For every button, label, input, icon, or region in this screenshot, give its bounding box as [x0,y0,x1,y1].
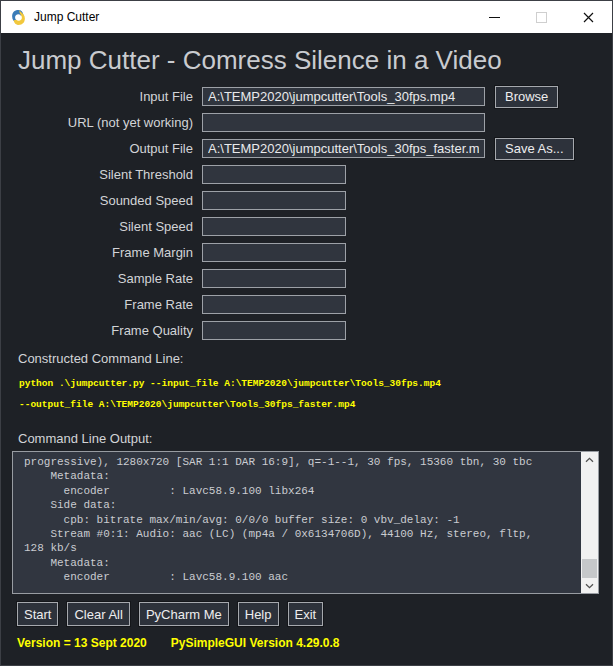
maximize-button[interactable] [518,1,565,33]
close-icon [583,12,594,23]
field-row-silent-threshold: Silent Threshold [1,165,612,184]
sounded-speed-field[interactable] [202,191,346,210]
action-buttons: Start Clear All PyCharm Me Help Exit [17,602,612,626]
output-scrollbar[interactable] [581,452,598,593]
field-label: Frame Quality [18,323,193,338]
scroll-up-button[interactable] [581,452,598,467]
window-title: Jump Cutter [34,10,99,24]
frame-quality-field[interactable] [202,321,346,340]
maximize-icon [536,12,547,23]
scroll-down-button[interactable] [581,578,598,593]
clear-all-button[interactable]: Clear All [67,602,129,626]
command-output-text[interactable]: progressive), 1280x720 [SAR 1:1 DAR 16:9… [13,452,581,593]
field-row-sample-rate: Sample Rate [1,269,612,288]
frame-margin-field[interactable] [202,243,346,262]
browse-button[interactable]: Browse [495,86,558,108]
chevron-down-icon [585,583,594,589]
window-controls [471,1,612,33]
frame-rate-field[interactable] [202,295,346,314]
field-row-silent-speed: Silent Speed [1,217,612,236]
save-as-button[interactable]: Save As... [495,138,574,160]
field-row-frame-rate: Frame Rate [1,295,612,314]
pycharm-me-button[interactable]: PyCharm Me [139,602,229,626]
form: Input File Browse URL (not yet working) … [1,87,612,340]
version-text: Version = 13 Sept 2020 [17,636,147,650]
field-label: Silent Speed [18,219,193,234]
sample-rate-field[interactable] [202,269,346,288]
scroll-thumb[interactable] [582,559,597,578]
help-button[interactable]: Help [238,602,279,626]
minimize-icon [489,17,500,18]
psg-version-text: PySimpleGUI Version 4.29.0.8 [171,636,340,650]
silent-speed-field[interactable] [202,217,346,236]
constructed-command-text: python .\jumpcutter.py --input_file A:\T… [19,373,612,415]
start-button[interactable]: Start [17,602,58,626]
app-window: Jump Cutter Jump Cutter - Comress Silenc… [0,0,613,666]
minimize-button[interactable] [471,1,518,33]
exit-button[interactable]: Exit [288,602,324,626]
field-label: Silent Threshold [18,167,193,182]
field-label: Sample Rate [18,271,193,286]
field-label: Frame Margin [18,245,193,260]
field-row-output-file: Output File Save As... [1,139,612,158]
silent-threshold-field[interactable] [202,165,346,184]
command-output-box: progressive), 1280x720 [SAR 1:1 DAR 16:9… [12,451,599,594]
output-file-field[interactable] [202,139,485,158]
chevron-up-icon [585,457,594,463]
field-row-frame-quality: Frame Quality [1,321,612,340]
field-label: Sounded Speed [18,193,193,208]
app-icon [10,9,27,26]
input-file-field[interactable] [202,87,485,106]
titlebar: Jump Cutter [1,1,612,33]
field-label: Frame Rate [18,297,193,312]
url-field[interactable] [202,113,485,132]
command-output-label: Command Line Output: [18,431,612,446]
field-row-input-file: Input File Browse [1,87,612,106]
constructed-command-label: Constructed Command Line: [18,351,612,366]
close-button[interactable] [565,1,612,33]
field-row-sounded-speed: Sounded Speed [1,191,612,210]
field-row-frame-margin: Frame Margin [1,243,612,262]
field-label: Input File [18,89,193,104]
footer: Version = 13 Sept 2020 PySimpleGUI Versi… [17,636,612,650]
page-title: Jump Cutter - Comress Silence in a Video [18,45,612,76]
field-label: Output File [18,141,193,156]
field-row-url: URL (not yet working) [1,113,612,132]
field-label: URL (not yet working) [18,115,193,130]
